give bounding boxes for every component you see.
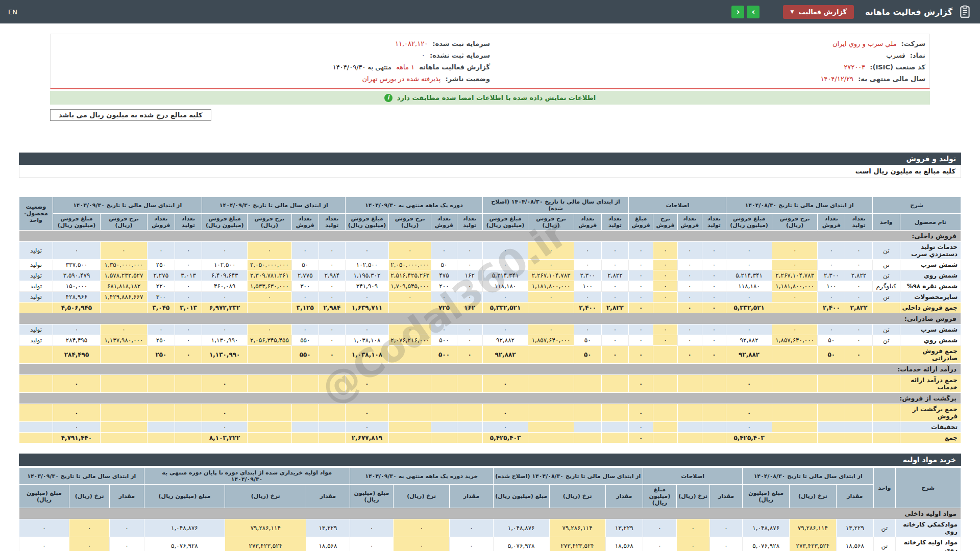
value-cell: ۰ xyxy=(175,260,202,270)
info-value: پذيرفته شده در بورس تهران xyxy=(362,75,441,83)
column-header: مقدار xyxy=(605,485,643,508)
status-cell xyxy=(19,375,53,393)
column-header: از ابتدای سال مالی تا تاریخ ۱۴۰۴/۰۸/۳۰ xyxy=(726,197,873,214)
value-cell: ۰ xyxy=(450,519,494,537)
value-cell: ۷۹,۲۸۶,۱۱۴ xyxy=(225,519,306,537)
value-cell: ۰ xyxy=(601,260,629,270)
info-label: گزارش فعالیت ماهانه xyxy=(419,63,490,71)
value-cell: ۷۹,۲۸۶,۱۱۴ xyxy=(790,519,837,537)
value-cell xyxy=(772,422,818,433)
subheader-row: مقدارنرخ (ریال)مبلغ (میلیون ریال)مقدارنر… xyxy=(19,485,961,508)
value-cell: ۲,۸۲۲ xyxy=(845,303,873,313)
value-cell: ۰ xyxy=(528,292,574,303)
value-cell xyxy=(101,375,148,393)
value-cell: ۰ xyxy=(772,242,818,260)
value-cell: ۰ xyxy=(653,281,678,292)
notice-text: اطلاعات نمایش داده شده با اطلاعات امضا ش… xyxy=(397,94,596,102)
language-toggle[interactable]: EN xyxy=(8,8,17,16)
value-cell: ۰ xyxy=(845,260,873,270)
value-cell xyxy=(148,433,175,443)
value-cell: ۰ xyxy=(677,324,702,335)
column-header: نرخ فروش (ریال) xyxy=(101,214,148,231)
value-cell: ۰ xyxy=(772,292,818,303)
value-cell xyxy=(818,433,845,443)
value-cell: ۰ xyxy=(702,242,726,260)
value-cell: ۰ xyxy=(629,422,653,433)
value-cell: ۰ xyxy=(457,260,482,270)
value-cell: ۰ xyxy=(772,324,818,335)
value-cell: ۱,۶۳۹,۷۱۱ xyxy=(346,303,389,313)
value-cell xyxy=(292,375,319,393)
value-cell: ۰ xyxy=(653,335,678,346)
value-cell: ۰ xyxy=(457,346,482,364)
unit-cell: تن xyxy=(873,537,895,551)
value-cell: ۰ xyxy=(482,404,528,422)
column-header: اصلاحات xyxy=(643,468,742,485)
value-cell: ۲۸۴,۴۹۵ xyxy=(53,346,100,364)
value-cell: ۶,۴۰۹,۶۴۳ xyxy=(202,270,247,281)
value-cell: ۵۰ xyxy=(574,346,601,364)
column-header: از ابتدای سال مالی تا تاریخ ۱۴۰۴/۰۸/۳۰ (… xyxy=(493,468,643,485)
raw-materials-table: شرحواحداز ابتدای سال مالی تا تاریخ ۱۴۰۴/… xyxy=(19,467,961,551)
table-row: شمش سربتن۰۰۰۰۰۰۰۰۰۰۰۰۰۵۰۲,۰۵۰,۰۰۰,۰۰۰۱۰۲… xyxy=(19,260,961,270)
value-cell: ۲۵۰ xyxy=(148,335,175,346)
value-cell xyxy=(677,375,702,393)
value-cell xyxy=(601,375,629,393)
value-cell xyxy=(388,433,431,443)
value-cell xyxy=(175,433,202,443)
value-cell: ۰ xyxy=(388,242,431,260)
value-cell xyxy=(318,404,346,422)
next-report-button[interactable]: › xyxy=(747,6,760,18)
report-type-dropdown[interactable]: گزارش فعالیت ▼ xyxy=(783,5,854,19)
section-header-cell: درآمد ارائه خدمات: xyxy=(19,364,961,375)
column-header: تعداد تولید xyxy=(702,214,726,231)
report-navigation: › ‹ xyxy=(731,6,760,18)
status-cell xyxy=(19,404,53,422)
value-cell: ۰ xyxy=(818,260,845,270)
value-cell: ۰ xyxy=(702,303,726,313)
column-header: وضعیت محصول-واحد xyxy=(19,197,53,231)
section-header-cell: مواد اولیه داخلی xyxy=(19,508,961,519)
value-cell: ۶,۹۷۲,۲۳۲ xyxy=(202,303,247,313)
column-header: شرح xyxy=(872,197,961,214)
unit-cell: تن xyxy=(873,519,895,537)
value-cell: ۳۳۷,۵۰۰ xyxy=(53,260,100,270)
info-value: ۰ xyxy=(422,52,425,59)
value-cell: ۰ xyxy=(726,292,772,303)
raw-materials-section-header: خرید مواد اولیه xyxy=(19,454,961,466)
value-cell: ۲,۲۶۷,۱۰۴,۷۸۳ xyxy=(772,270,818,281)
value-cell xyxy=(318,375,346,393)
company-info-row: شرکت: ملي سرب و روي ايران xyxy=(490,38,925,49)
value-cell: ۴,۷۹۱,۴۴۰ xyxy=(53,433,100,443)
value-cell xyxy=(601,422,629,433)
unit-cell xyxy=(872,433,900,443)
value-cell: ۰ xyxy=(845,292,873,303)
value-cell: ۲,۰۷۶,۲۱۶,۰۰۰ xyxy=(388,335,431,346)
subheader-row: نام محصولواحدتعداد تولیدتعداد فروشنرخ فر… xyxy=(19,214,961,231)
value-cell: ۰ xyxy=(53,404,100,422)
value-cell: ۵,۲۱۴,۳۴۱ xyxy=(482,270,528,281)
value-cell: ۵۰ xyxy=(431,260,457,270)
value-cell: ۰ xyxy=(388,324,431,335)
value-cell xyxy=(653,375,678,393)
value-cell: ۰ xyxy=(318,324,346,335)
value-cell xyxy=(431,404,457,422)
value-cell: ۵,۴۲۵,۴۰۳ xyxy=(482,433,528,443)
table-row: شمش رويتن۲,۸۲۲۲,۳۰۰۲,۲۶۷,۱۰۴,۷۸۳۵,۲۱۴,۳۴… xyxy=(19,270,961,281)
value-cell: ۰ xyxy=(175,281,202,292)
value-cell: ۲,۴۰۰ xyxy=(818,303,845,313)
value-cell: ۰ xyxy=(53,242,100,260)
value-cell xyxy=(528,404,574,422)
value-cell: ۳,۱۲۵ xyxy=(292,303,319,313)
value-cell: ۳,۰۱۳ xyxy=(175,270,202,281)
value-cell: ۰ xyxy=(653,270,678,281)
value-cell xyxy=(388,303,431,313)
value-cell xyxy=(101,404,148,422)
value-cell: ۲,۲۶۷,۱۰۴,۷۸۳ xyxy=(528,270,574,281)
value-cell: ۰ xyxy=(247,292,291,303)
value-cell xyxy=(318,433,346,443)
column-header: نرخ (ریال) xyxy=(790,485,837,508)
value-cell: ۰ xyxy=(574,324,601,335)
value-cell xyxy=(101,346,148,364)
previous-report-button[interactable]: ‹ xyxy=(731,6,744,18)
